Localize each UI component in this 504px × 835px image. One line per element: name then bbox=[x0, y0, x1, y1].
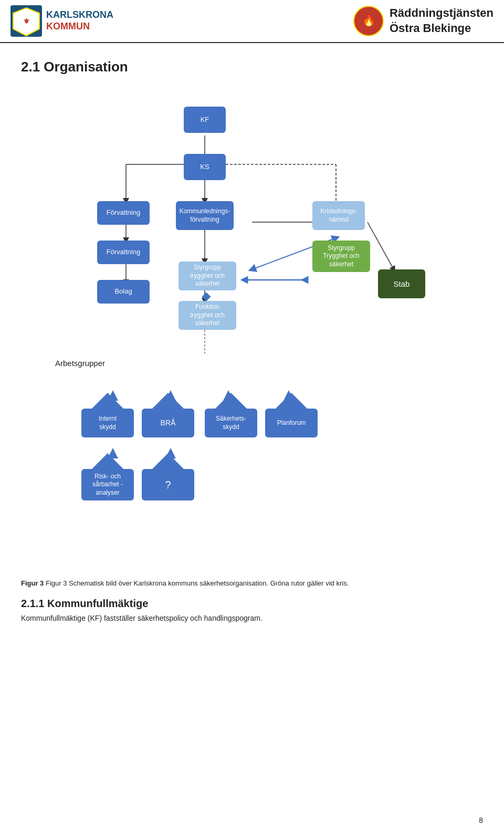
subsection-body: Kommunfullmäktige (KF) fastställer säker… bbox=[21, 613, 483, 624]
raddningstjansten-text: Räddningstjänsten Östra Blekinge bbox=[390, 6, 494, 36]
bra-box: BRÅ bbox=[142, 409, 194, 437]
raddningstjansten-logo-icon: 🔥 bbox=[353, 5, 384, 37]
karlskrona-logo-icon: ⚜ bbox=[10, 5, 42, 37]
styrgrupp-top-box: Styrgrupp Trygghet och säkerhet bbox=[312, 241, 370, 272]
stab-box: Stab bbox=[378, 269, 425, 298]
arbetsgrupper-label: Arbetsgrupper bbox=[55, 359, 105, 368]
planforum-box: Planforum bbox=[265, 409, 318, 437]
caption: Figur 3 Figur 3 Schematisk bild över Kar… bbox=[21, 579, 483, 587]
double-arrow bbox=[239, 272, 310, 288]
forvaltning2-box: Förvaltning bbox=[97, 241, 150, 264]
section-title: 2.1 Organisation bbox=[21, 59, 483, 75]
styrgrupp-mid-box: Styrgrupp trygghet och säkerhet bbox=[178, 262, 236, 290]
org-chart: KF KS Krislednings- nämnd Kommunlednings… bbox=[26, 96, 478, 569]
forvaltning1-box: Förvaltning bbox=[97, 201, 150, 225]
svg-line-19 bbox=[368, 222, 394, 269]
header: ⚜ KARLSKRONA KOMMUN 🔥 Räddningstjänsten … bbox=[0, 0, 504, 43]
left-logo: ⚜ KARLSKRONA KOMMUN bbox=[10, 5, 113, 37]
svg-text:⚜: ⚜ bbox=[23, 17, 30, 25]
internt-box: Internt skydd bbox=[81, 409, 134, 437]
sakerhet-box: Säkerhets- skydd bbox=[205, 409, 257, 437]
right-logo: 🔥 Räddningstjänsten Östra Blekinge bbox=[353, 5, 494, 37]
kf-box: KF bbox=[184, 107, 226, 133]
bottom-section: Figur 3 Figur 3 Schematisk bild över Kar… bbox=[21, 579, 483, 624]
subsection-title: 2.1.1 Kommunfullmäktige bbox=[21, 598, 483, 610]
kommunlednings-box: Kommunlednings- förvaltning bbox=[176, 201, 234, 230]
main-content: 2.1 Organisation bbox=[0, 43, 504, 640]
risk-box: Risk- och sårbarhet - analyser bbox=[81, 469, 134, 500]
ks-box: KS bbox=[184, 154, 226, 180]
diamond-connector bbox=[202, 293, 211, 301]
question-box: ? bbox=[142, 469, 194, 500]
bolag-box: Bolag bbox=[97, 280, 150, 304]
karlskrona-logo-text: KARLSKRONA KOMMUN bbox=[46, 9, 113, 32]
page-number: 8 bbox=[479, 816, 483, 824]
krislednings-box: Krislednings- nämnd bbox=[312, 201, 365, 230]
funktion-box: Funktion trygghet och säkerhet bbox=[178, 301, 236, 330]
svg-text:🔥: 🔥 bbox=[362, 14, 375, 27]
